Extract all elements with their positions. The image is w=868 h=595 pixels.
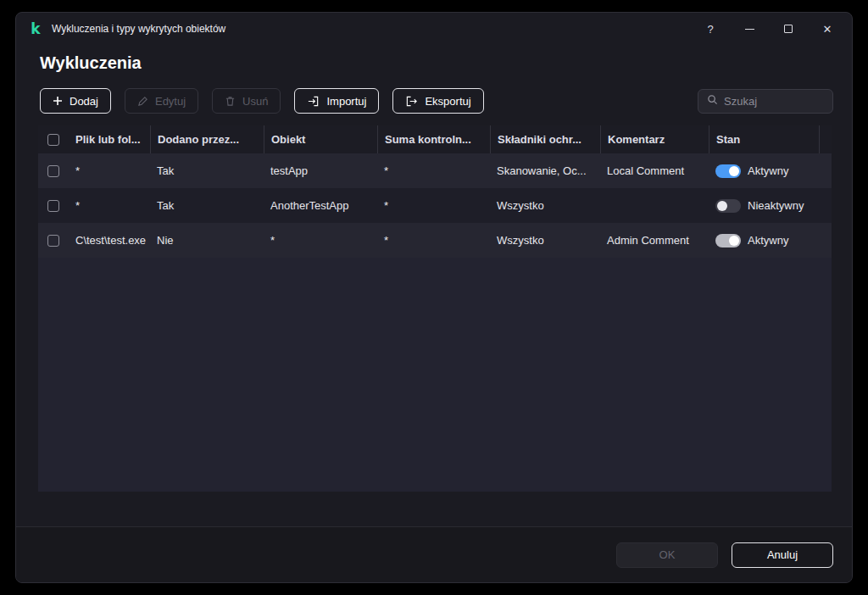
edit-button[interactable]: Edytuj	[125, 88, 198, 114]
cell-components: Skanowanie, Oc...	[490, 153, 600, 188]
delete-button[interactable]: Usuń	[212, 88, 281, 114]
select-all-checkbox[interactable]	[47, 134, 59, 146]
close-button[interactable]: ✕	[808, 15, 847, 42]
add-button[interactable]: Dodaj	[40, 88, 111, 114]
plus-icon	[53, 96, 63, 106]
col-header-state[interactable]: Stan	[709, 125, 819, 153]
cell-comment: Admin Comment	[600, 223, 709, 258]
minimize-icon	[745, 29, 754, 30]
state-toggle[interactable]	[715, 164, 741, 178]
table-row[interactable]: * Tak AnotherTestApp * Wszystko Nieaktyw…	[38, 188, 832, 223]
search-input[interactable]	[724, 95, 824, 108]
pencil-icon	[137, 96, 148, 107]
col-header-components[interactable]: Składniki ochr...	[490, 125, 600, 153]
import-button[interactable]: Importuj	[294, 88, 379, 114]
maximize-button[interactable]	[769, 15, 808, 42]
trash-icon	[225, 96, 236, 107]
cell-checksum: *	[377, 153, 490, 188]
state-label: Aktywny	[748, 164, 788, 177]
cancel-button[interactable]: Anuluj	[732, 542, 833, 568]
cell-added-by: Tak	[150, 153, 264, 188]
export-button[interactable]: Eksportuj	[392, 88, 483, 114]
col-header-added-by[interactable]: Dodano przez...	[150, 125, 264, 153]
exclusions-dialog: k Wykluczenia i typy wykrytych obiektów …	[15, 12, 853, 583]
maximize-icon	[784, 25, 793, 33]
kaspersky-logo-icon: k	[28, 21, 43, 36]
toolbar: Dodaj Edytuj Usuń Importuj Eksportuj	[40, 88, 833, 114]
cell-components: Wszystko	[490, 223, 600, 258]
cell-object: AnotherTestApp	[264, 188, 377, 223]
row-checkbox[interactable]	[47, 235, 59, 247]
cell-object: testApp	[264, 153, 377, 188]
export-icon	[405, 95, 418, 108]
cell-comment	[600, 188, 709, 223]
dialog-footer: OK Anuluj	[16, 526, 852, 582]
col-header-comment[interactable]: Komentarz	[600, 125, 709, 153]
cell-path: *	[69, 188, 150, 223]
state-toggle[interactable]	[715, 234, 741, 247]
exclusions-table: Plik lub fol... Dodano przez... Obiekt S…	[38, 125, 832, 492]
state-label: Aktywny	[748, 234, 788, 247]
help-button[interactable]: ?	[691, 15, 730, 42]
minimize-button[interactable]	[730, 15, 769, 42]
import-icon	[307, 95, 320, 108]
cell-path: *	[69, 153, 150, 188]
table-header: Plik lub fol... Dodano przez... Obiekt S…	[38, 125, 832, 153]
col-header-object[interactable]: Obiekt	[264, 125, 377, 153]
cell-checksum: *	[377, 223, 490, 258]
row-checkbox[interactable]	[47, 200, 59, 212]
cell-added-by: Nie	[150, 223, 264, 258]
cell-added-by: Tak	[150, 188, 264, 223]
cell-path: C\test\test.exe	[69, 223, 150, 258]
state-label: Nieaktywny	[748, 199, 804, 212]
cell-checksum: *	[377, 188, 490, 223]
cell-comment: Local Comment	[600, 153, 709, 188]
cell-object: *	[264, 223, 377, 258]
table-row[interactable]: * Tak testApp * Skanowanie, Oc... Local …	[38, 153, 832, 188]
search-icon	[707, 93, 718, 108]
title-bar: k Wykluczenia i typy wykrytych obiektów …	[16, 13, 852, 45]
table-empty-area	[38, 258, 832, 492]
col-header-path[interactable]: Plik lub fol...	[69, 125, 150, 153]
cell-components: Wszystko	[490, 188, 600, 223]
state-toggle[interactable]	[715, 199, 741, 213]
col-header-checksum[interactable]: Suma kontroln...	[377, 125, 490, 153]
page-title: Wykluczenia	[40, 53, 852, 73]
table-row[interactable]: C\test\test.exe Nie * * Wszystko Admin C…	[38, 223, 832, 258]
row-checkbox[interactable]	[47, 165, 59, 177]
search-box[interactable]	[698, 89, 833, 114]
window-title: Wykluczenia i typy wykrytych obiektów	[52, 23, 225, 35]
ok-button[interactable]: OK	[616, 542, 718, 568]
